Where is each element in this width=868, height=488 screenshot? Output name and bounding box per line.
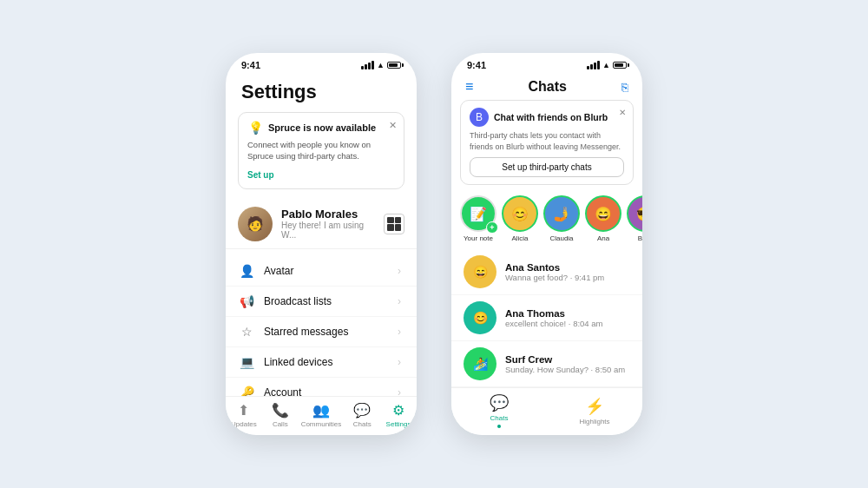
profile-row[interactable]: 🧑 Pablo Morales Hey there! I am using W.…: [226, 200, 417, 249]
chats-nav-item-chats[interactable]: 💬 Chats: [483, 393, 515, 428]
wifi-icon: ▲: [602, 61, 610, 69]
nav-item-settings[interactable]: ⚙ Settings: [383, 402, 414, 428]
nav-label-settings: Settings: [386, 420, 411, 428]
calls-icon: 📞: [272, 402, 289, 419]
story-avatar-ana: 😄: [585, 195, 621, 232]
chat-preview-ana-thomas-1: excellent choice! · 8:04 am: [505, 319, 630, 328]
qr-code-button[interactable]: [384, 214, 404, 234]
bulb-icon: 💡: [247, 120, 263, 135]
avatar-icon: 👤: [238, 264, 255, 278]
chats-status-icons: ▲: [587, 61, 627, 69]
thirdparty-title: Chat with friends on Blurb: [494, 112, 608, 122]
settings-item-account[interactable]: 🔑 Account ›: [226, 378, 417, 396]
updates-icon: ⬆: [238, 402, 249, 419]
highlights-label: Highlights: [579, 418, 609, 425]
story-avatar-wrap: 😎: [627, 195, 642, 232]
nav-item-communities[interactable]: 👥 Communities: [301, 402, 342, 428]
battery-icon: [613, 62, 627, 69]
chats-bottom-nav: 💬 Chats ⚡ Highlights: [451, 387, 642, 435]
story-label-your-note: Your note: [464, 234, 493, 242]
chat-item-ana-thomas-1[interactable]: 😊 Ana Thomas excellent choice! · 8:04 am: [451, 295, 642, 341]
story-item-your-note[interactable]: 📝 + Your note: [460, 195, 496, 242]
chat-avatar-surf-crew: 🏄: [464, 347, 496, 380]
chat-name-ana-santos: Ana Santos: [505, 262, 630, 273]
settings-title: Settings: [226, 74, 417, 112]
settings-label-starred: Starred messages: [264, 326, 389, 338]
star-icon: ☆: [238, 325, 255, 339]
chats-time: 9:41: [467, 60, 486, 70]
nav-item-calls[interactable]: 📞 Calls: [265, 402, 296, 428]
chats-nav-item-highlights[interactable]: ⚡ Highlights: [579, 397, 610, 425]
settings-bottom-nav: ⬆ Updates 📞 Calls 👥 Communities 💬 Chats …: [226, 396, 417, 435]
profile-info: Pablo Morales Hey there! I am using W...: [281, 208, 375, 240]
devices-icon: 💻: [238, 355, 255, 369]
settings-item-avatar[interactable]: 👤 Avatar ›: [226, 256, 417, 287]
chevron-right-icon: ›: [398, 326, 401, 338]
story-item-ana[interactable]: 😄 Ana: [585, 195, 621, 242]
thirdparty-banner: B Chat with friends on Blurb ✕ Third-par…: [460, 100, 634, 185]
notification-setup-link[interactable]: Set up: [247, 170, 274, 180]
chat-info-surf-crew: Surf Crew Sunday. How Sunday? · 8:50 am: [505, 354, 630, 374]
profile-avatar: 🧑: [238, 207, 273, 241]
chat-info-ana-santos: Ana Santos Wanna get food? · 9:41 pm: [505, 262, 630, 282]
battery-icon: [387, 62, 401, 69]
story-add-button[interactable]: +: [486, 221, 498, 234]
story-item-claudia[interactable]: 🤳 Claudia: [543, 195, 580, 242]
setup-thirdparty-button[interactable]: Set up third-party chats: [470, 157, 624, 177]
chevron-right-icon: ›: [398, 386, 401, 396]
chats-phone: 9:41 ▲ ≡ Chats ⎘ B: [451, 53, 642, 435]
story-avatar-alicia: 😊: [502, 195, 538, 232]
notification-description: Connect with people you know on Spruce u…: [247, 139, 395, 162]
chevron-right-icon: ›: [398, 295, 401, 307]
settings-item-broadcast[interactable]: 📢 Broadcast lists ›: [226, 287, 417, 317]
notification-close-button[interactable]: ✕: [389, 120, 397, 131]
settings-label-account: Account: [264, 386, 389, 396]
signal-bars-icon: [361, 61, 374, 69]
story-avatar-wrap: 😄: [585, 195, 621, 232]
nav-label-chats: Chats: [353, 420, 372, 428]
story-label-claudia: Claudia: [549, 234, 573, 242]
settings-item-linked[interactable]: 💻 Linked devices ›: [226, 347, 417, 378]
chat-item-ana-santos[interactable]: 😄 Ana Santos Wanna get food? · 9:41 pm: [451, 249, 642, 295]
chevron-right-icon: ›: [398, 265, 401, 277]
communities-icon: 👥: [312, 402, 330, 419]
story-label-alicia: Alicia: [511, 234, 528, 242]
story-label-ana: Ana: [597, 234, 609, 242]
chat-avatar-ana-thomas-1: 😊: [464, 301, 496, 334]
settings-label-avatar: Avatar: [264, 265, 389, 277]
story-item-bo[interactable]: 😎 Bo...: [627, 195, 642, 242]
chat-list: 😄 Ana Santos Wanna get food? · 9:41 pm 😊…: [451, 249, 642, 387]
story-avatar-wrap: 🤳: [543, 195, 580, 232]
thirdparty-close-button[interactable]: ✕: [619, 108, 626, 117]
menu-icon[interactable]: ≡: [465, 79, 473, 95]
story-item-alicia[interactable]: 😊 Alicia: [502, 195, 538, 242]
story-avatar-claudia: 🤳: [543, 195, 580, 232]
edit-icon[interactable]: ⎘: [621, 81, 628, 94]
stories-row: 📝 + Your note 😊 Alicia 🤳 Claudia 😄: [451, 192, 642, 249]
chats-title: Chats: [528, 79, 566, 95]
settings-menu: 👤 Avatar › 📢 Broadcast lists › ☆ Starred…: [226, 253, 417, 396]
active-dot: [497, 425, 501, 428]
nav-item-chats[interactable]: 💬 Chats: [346, 402, 378, 428]
chat-item-surf-crew[interactable]: 🏄 Surf Crew Sunday. How Sunday? · 8:50 a…: [451, 341, 642, 387]
chat-preview-ana-santos: Wanna get food? · 9:41 pm: [505, 273, 630, 282]
chat-name-ana-thomas-1: Ana Thomas: [505, 308, 630, 319]
nav-label-calls: Calls: [273, 420, 288, 428]
nav-item-updates[interactable]: ⬆ Updates: [228, 402, 260, 428]
wifi-icon: ▲: [377, 61, 385, 69]
settings-item-starred[interactable]: ☆ Starred messages ›: [226, 317, 417, 347]
broadcast-icon: 📢: [238, 294, 255, 308]
notification-banner-header: 💡 Spruce is now available: [247, 120, 395, 135]
highlights-icon: ⚡: [585, 397, 604, 416]
settings-label-linked: Linked devices: [264, 356, 389, 368]
notification-banner: 💡 Spruce is now available ✕ Connect with…: [238, 112, 404, 189]
story-avatar-wrap: 📝 +: [460, 195, 496, 232]
story-avatar-wrap: 😊: [502, 195, 538, 232]
settings-phone: 9:41 ▲ Settings 💡: [226, 53, 417, 435]
profile-status: Hey there! I am using W...: [281, 221, 375, 240]
thirdparty-description: Third-party chats lets you contact with …: [470, 130, 624, 152]
chat-avatar-ana-santos: 😄: [464, 255, 496, 288]
chat-info-ana-thomas-1: Ana Thomas excellent choice! · 8:04 am: [505, 308, 630, 328]
phones-container: 9:41 ▲ Settings 💡: [226, 53, 642, 435]
story-avatar-bo: 😎: [627, 195, 642, 232]
